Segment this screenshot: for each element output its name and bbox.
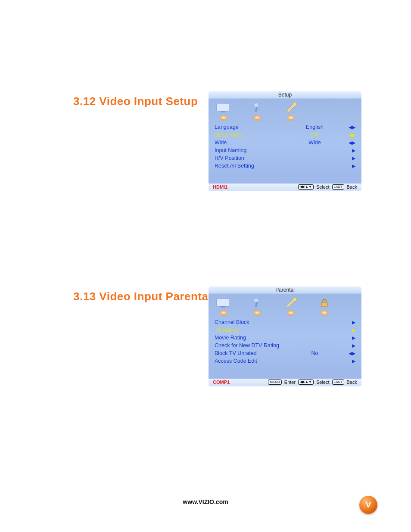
svg-rect-3	[255, 107, 258, 112]
osd-rows-parental: Channel Block ▶ TV Rating ▶ Movie Rating…	[209, 317, 361, 379]
osd-setup-panel: Setup Language Engl	[209, 91, 361, 191]
menu-label: Language	[215, 124, 283, 130]
mic-icon[interactable]	[248, 296, 266, 310]
lr-arrow-icon: ◀▶	[346, 132, 355, 138]
osd-rows-setup: Language English ◀▶ Sleep Timer Off ◀▶ W…	[209, 121, 361, 184]
hint-box: LAST	[332, 184, 344, 190]
r-arrow-icon: ▶	[346, 327, 355, 333]
menu-label: Access Code Edit	[215, 358, 283, 364]
menu-value: Wide	[283, 140, 346, 146]
svg-rect-8	[321, 302, 327, 307]
svg-rect-5	[221, 306, 225, 308]
hint-box: LAST	[332, 380, 344, 385]
menu-value: No	[283, 350, 346, 356]
lr-arrow-icon: ◀▶	[346, 351, 355, 356]
menu-item-wide[interactable]: Wide Wide ◀▶	[215, 139, 355, 146]
osd-title: Parental	[209, 286, 361, 293]
section-video-input-parental: 3.13 Video Input Parental Control Parent…	[73, 290, 361, 438]
osd-parental-panel: Parental	[209, 286, 361, 386]
menu-item-sleep-timer[interactable]: Sleep Timer Off ◀▶	[215, 131, 355, 139]
menu-item-movie-rating[interactable]: Movie Rating ▶	[215, 334, 355, 342]
svg-rect-1	[221, 111, 225, 112]
lr-arrow-icon: ◀▶	[346, 124, 355, 130]
tv-icon[interactable]	[215, 101, 233, 115]
osd-subicon-row	[209, 311, 361, 317]
wrench-icon[interactable]	[282, 101, 300, 115]
menu-label: Block TV Unrated	[215, 350, 283, 356]
vizio-logo-icon: V	[359, 496, 377, 514]
sub-dot-icon	[282, 311, 300, 315]
osd-subicon-row	[209, 115, 361, 121]
menu-item-channel-block[interactable]: Channel Block ▶	[215, 318, 355, 326]
sub-dot-icon	[215, 311, 233, 315]
menu-label: Movie Rating	[215, 335, 283, 341]
input-source-label: HDMI1	[213, 184, 227, 190]
menu-item-hv-position[interactable]: H/V Position ▶	[215, 154, 355, 162]
footer-hints: MENU Enter ◀▶▲▼ Select LAST Back	[268, 380, 357, 385]
r-arrow-icon: ▶	[346, 156, 355, 161]
hint-text: Select	[316, 184, 330, 190]
input-source-label: COMP1	[213, 380, 230, 385]
menu-label: Input Naming	[215, 147, 283, 153]
r-arrow-icon: ▶	[346, 320, 355, 325]
r-arrow-icon: ▶	[346, 163, 355, 169]
svg-point-6	[254, 298, 259, 302]
menu-value: English	[283, 124, 346, 130]
menu-item-access-code-edit[interactable]: Access Code Edit ▶	[215, 357, 355, 365]
sub-dot-icon	[248, 115, 266, 120]
lr-arrow-icon: ◀▶	[346, 140, 355, 146]
sub-dot-icon	[215, 115, 233, 120]
r-arrow-icon: ▶	[346, 148, 355, 153]
menu-item-reset-all[interactable]: Reset All Setting ▶	[215, 162, 355, 170]
footer-hints: ◀▶▲▼ Select LAST Back	[298, 184, 357, 190]
section-video-input-setup: 3.12 Video Input Setup Setup	[73, 95, 361, 243]
sub-dot-icon	[248, 311, 266, 315]
menu-label: Sleep Timer	[215, 132, 283, 138]
svg-rect-4	[217, 299, 230, 306]
r-arrow-icon: ▶	[346, 343, 355, 348]
menu-label: Wide	[215, 140, 283, 146]
hint-text: Back	[347, 184, 357, 190]
hint-text: Back	[347, 380, 357, 385]
r-arrow-icon: ▶	[346, 358, 355, 364]
osd-icon-row	[209, 293, 361, 311]
r-arrow-icon: ▶	[346, 335, 355, 341]
tv-icon[interactable]	[215, 296, 233, 310]
mic-icon[interactable]	[248, 101, 266, 115]
sub-dot-icon	[282, 115, 300, 120]
menu-item-language[interactable]: Language English ◀▶	[215, 123, 355, 131]
osd-footer: COMP1 MENU Enter ◀▶▲▼ Select LAST Back	[209, 379, 361, 386]
menu-label: TV Rating	[215, 327, 283, 333]
sub-dot-icon	[315, 311, 333, 315]
hint-box: ◀▶▲▼	[298, 380, 314, 385]
menu-label: Channel Block	[215, 319, 283, 325]
hint-text: Enter	[284, 380, 296, 385]
menu-value: Off	[283, 132, 346, 138]
lock-icon[interactable]	[315, 296, 333, 310]
osd-icon-row	[209, 98, 361, 115]
page-footer-url: www.VIZIO.com	[0, 498, 411, 505]
hint-box: ◀▶▲▼	[298, 184, 314, 190]
menu-label: Check for New DTV Rating	[215, 342, 283, 348]
osd-footer: HDMI1 ◀▶▲▼ Select LAST Back	[209, 184, 361, 191]
menu-item-input-naming[interactable]: Input Naming ▶	[215, 146, 355, 154]
svg-rect-0	[217, 103, 230, 111]
menu-label: H/V Position	[215, 155, 283, 161]
menu-item-block-tv-unrated[interactable]: Block TV Unrated No ◀▶	[215, 349, 355, 357]
hint-text: Select	[316, 380, 330, 385]
menu-item-check-dtv-rating[interactable]: Movie Rating Check for New DTV Rating ▶	[215, 342, 355, 349]
svg-rect-7	[255, 302, 258, 308]
hint-box: MENU	[268, 380, 282, 385]
svg-point-2	[254, 103, 259, 107]
menu-item-tv-rating[interactable]: TV Rating ▶	[215, 326, 355, 334]
osd-title: Setup	[209, 91, 361, 98]
menu-label: Reset All Setting	[215, 163, 283, 169]
wrench-icon[interactable]	[282, 296, 300, 310]
